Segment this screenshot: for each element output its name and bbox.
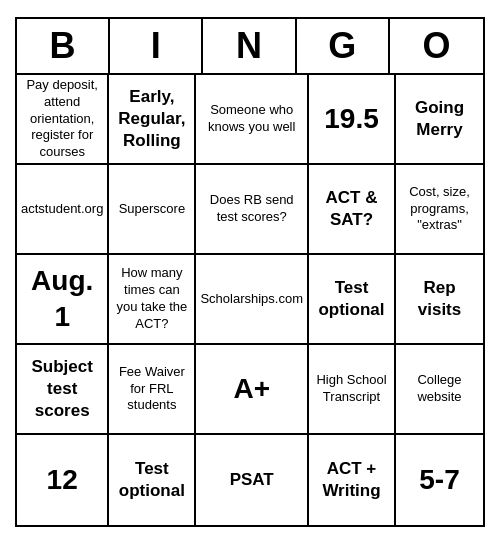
bingo-cell-12: Scholarships.com xyxy=(196,255,309,345)
bingo-card: BINGO Pay deposit, attend orientation, r… xyxy=(15,17,485,527)
bingo-cell-6: Superscore xyxy=(109,165,196,255)
bingo-cell-23: ACT + Writing xyxy=(309,435,396,525)
bingo-cell-17: A+ xyxy=(196,345,309,435)
bingo-cell-16: Fee Waiver for FRL students xyxy=(109,345,196,435)
bingo-cell-1: Early, Regular, Rolling xyxy=(109,75,196,165)
bingo-letter-g: G xyxy=(297,19,390,73)
bingo-letter-b: B xyxy=(17,19,110,73)
bingo-letter-n: N xyxy=(203,19,296,73)
bingo-cell-21: Test optional xyxy=(109,435,196,525)
bingo-cell-13: Test optional xyxy=(309,255,396,345)
bingo-cell-24: 5-7 xyxy=(396,435,483,525)
bingo-cell-15: Subject test scores xyxy=(17,345,109,435)
bingo-cell-5: actstudent.org xyxy=(17,165,109,255)
bingo-cell-20: 12 xyxy=(17,435,109,525)
bingo-cell-0: Pay deposit, attend orientation, registe… xyxy=(17,75,109,165)
bingo-cell-19: College website xyxy=(396,345,483,435)
bingo-cell-9: Cost, size, programs, "extras" xyxy=(396,165,483,255)
bingo-cell-14: Rep visits xyxy=(396,255,483,345)
bingo-letter-o: O xyxy=(390,19,483,73)
bingo-cell-3: 19.5 xyxy=(309,75,396,165)
bingo-cell-8: ACT & SAT? xyxy=(309,165,396,255)
bingo-cell-18: High School Transcript xyxy=(309,345,396,435)
bingo-cell-4: Going Merry xyxy=(396,75,483,165)
bingo-header: BINGO xyxy=(17,19,483,75)
bingo-grid: Pay deposit, attend orientation, registe… xyxy=(17,75,483,525)
bingo-letter-i: I xyxy=(110,19,203,73)
bingo-cell-22: PSAT xyxy=(196,435,309,525)
bingo-cell-7: Does RB send test scores? xyxy=(196,165,309,255)
bingo-cell-11: How many times can you take the ACT? xyxy=(109,255,196,345)
bingo-cell-2: Someone who knows you well xyxy=(196,75,309,165)
bingo-cell-10: Aug. 1 xyxy=(17,255,109,345)
